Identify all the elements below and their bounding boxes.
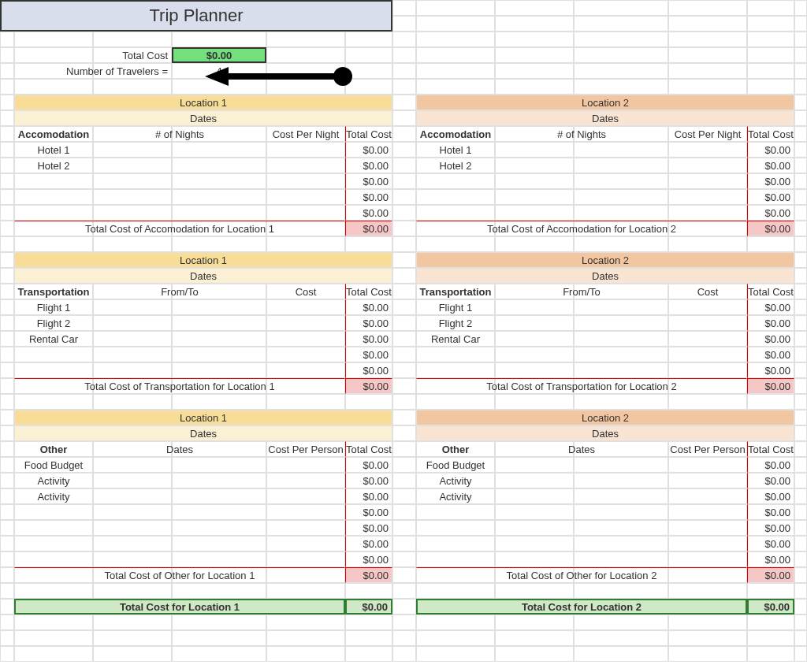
spreadsheet-cell[interactable] bbox=[392, 394, 416, 410]
spreadsheet-cell[interactable] bbox=[0, 299, 14, 315]
spreadsheet-cell[interactable] bbox=[172, 646, 266, 662]
spreadsheet-cell[interactable] bbox=[392, 221, 416, 236]
spreadsheet-cell[interactable] bbox=[0, 347, 14, 362]
spreadsheet-cell[interactable] bbox=[495, 630, 574, 646]
spreadsheet-cell[interactable] bbox=[794, 331, 807, 347]
spreadsheet-cell[interactable] bbox=[794, 205, 807, 221]
spreadsheet-cell[interactable] bbox=[93, 614, 172, 630]
spreadsheet-cell[interactable] bbox=[266, 189, 345, 205]
spreadsheet-cell[interactable] bbox=[794, 189, 807, 205]
spreadsheet-cell[interactable] bbox=[392, 378, 416, 394]
spreadsheet-cell[interactable] bbox=[495, 347, 574, 362]
spreadsheet-cell[interactable] bbox=[574, 630, 668, 646]
row-value[interactable]: $0.00 bbox=[345, 551, 392, 567]
spreadsheet-cell[interactable] bbox=[392, 63, 416, 79]
spreadsheet-cell[interactable] bbox=[747, 630, 794, 646]
spreadsheet-cell[interactable] bbox=[172, 331, 266, 347]
spreadsheet-cell[interactable] bbox=[345, 79, 392, 95]
spreadsheet-cell[interactable] bbox=[392, 284, 416, 299]
spreadsheet-cell[interactable] bbox=[0, 551, 14, 567]
spreadsheet-cell[interactable] bbox=[495, 16, 574, 32]
spreadsheet-cell[interactable] bbox=[93, 158, 172, 173]
row-label[interactable]: Flight 1 bbox=[416, 299, 495, 315]
spreadsheet-cell[interactable] bbox=[392, 189, 416, 205]
spreadsheet-cell[interactable] bbox=[93, 173, 172, 189]
spreadsheet-cell[interactable] bbox=[0, 331, 14, 347]
spreadsheet-cell[interactable] bbox=[345, 394, 392, 410]
spreadsheet-cell[interactable] bbox=[345, 614, 392, 630]
spreadsheet-cell[interactable] bbox=[495, 205, 574, 221]
spreadsheet-cell[interactable] bbox=[392, 79, 416, 95]
row-label[interactable] bbox=[416, 536, 495, 551]
spreadsheet-cell[interactable] bbox=[495, 488, 574, 504]
spreadsheet-cell[interactable] bbox=[574, 536, 668, 551]
spreadsheet-cell[interactable] bbox=[574, 614, 668, 630]
spreadsheet-cell[interactable] bbox=[794, 268, 807, 284]
spreadsheet-cell[interactable] bbox=[0, 221, 14, 236]
spreadsheet-cell[interactable] bbox=[392, 425, 416, 441]
row-value[interactable]: $0.00 bbox=[747, 205, 794, 221]
row-value[interactable]: $0.00 bbox=[345, 488, 392, 504]
spreadsheet-cell[interactable] bbox=[574, 0, 668, 16]
spreadsheet-cell[interactable] bbox=[668, 630, 747, 646]
spreadsheet-cell[interactable] bbox=[668, 205, 747, 221]
row-label[interactable]: Flight 2 bbox=[14, 315, 93, 331]
spreadsheet-cell[interactable] bbox=[0, 284, 14, 299]
row-label[interactable] bbox=[416, 504, 495, 520]
spreadsheet-cell[interactable] bbox=[495, 142, 574, 158]
spreadsheet-cell[interactable] bbox=[574, 583, 668, 599]
spreadsheet-cell[interactable] bbox=[14, 614, 93, 630]
spreadsheet-cell[interactable] bbox=[0, 441, 14, 457]
spreadsheet-cell[interactable] bbox=[172, 142, 266, 158]
row-label[interactable] bbox=[416, 347, 495, 362]
spreadsheet-cell[interactable] bbox=[172, 473, 266, 488]
spreadsheet-cell[interactable] bbox=[0, 378, 14, 394]
spreadsheet-cell[interactable] bbox=[416, 16, 495, 32]
spreadsheet-cell[interactable] bbox=[266, 32, 345, 47]
spreadsheet-cell[interactable] bbox=[574, 299, 668, 315]
spreadsheet-cell[interactable] bbox=[0, 268, 14, 284]
spreadsheet-cell[interactable] bbox=[172, 362, 266, 378]
spreadsheet-cell[interactable] bbox=[392, 205, 416, 221]
spreadsheet-cell[interactable] bbox=[266, 47, 345, 63]
spreadsheet-cell[interactable] bbox=[266, 142, 345, 158]
spreadsheet-cell[interactable] bbox=[392, 567, 416, 583]
spreadsheet-cell[interactable] bbox=[668, 457, 747, 473]
spreadsheet-cell[interactable] bbox=[416, 583, 495, 599]
row-label[interactable] bbox=[416, 362, 495, 378]
spreadsheet-cell[interactable] bbox=[172, 32, 266, 47]
spreadsheet-cell[interactable] bbox=[14, 630, 93, 646]
spreadsheet-cell[interactable] bbox=[266, 551, 345, 567]
spreadsheet-cell[interactable] bbox=[794, 79, 807, 95]
spreadsheet-cell[interactable] bbox=[574, 236, 668, 252]
spreadsheet-cell[interactable] bbox=[416, 63, 495, 79]
spreadsheet-cell[interactable] bbox=[392, 583, 416, 599]
spreadsheet-cell[interactable] bbox=[794, 0, 807, 16]
row-value[interactable]: $0.00 bbox=[345, 347, 392, 362]
spreadsheet-cell[interactable] bbox=[0, 488, 14, 504]
spreadsheet-cell[interactable] bbox=[747, 16, 794, 32]
row-label[interactable] bbox=[416, 520, 495, 536]
row-value[interactable]: $0.00 bbox=[345, 457, 392, 473]
spreadsheet-cell[interactable] bbox=[495, 394, 574, 410]
spreadsheet-cell[interactable] bbox=[345, 583, 392, 599]
spreadsheet-cell[interactable] bbox=[392, 236, 416, 252]
spreadsheet-cell[interactable] bbox=[668, 16, 747, 32]
row-value[interactable]: $0.00 bbox=[345, 205, 392, 221]
spreadsheet-cell[interactable] bbox=[794, 16, 807, 32]
spreadsheet-cell[interactable] bbox=[172, 315, 266, 331]
spreadsheet-cell[interactable] bbox=[574, 315, 668, 331]
spreadsheet-cell[interactable] bbox=[0, 457, 14, 473]
spreadsheet-cell[interactable] bbox=[93, 504, 172, 520]
spreadsheet-cell[interactable] bbox=[747, 47, 794, 63]
spreadsheet-cell[interactable] bbox=[794, 646, 807, 662]
spreadsheet-cell[interactable] bbox=[93, 536, 172, 551]
spreadsheet-cell[interactable] bbox=[794, 63, 807, 79]
spreadsheet-cell[interactable] bbox=[574, 142, 668, 158]
spreadsheet-cell[interactable] bbox=[266, 394, 345, 410]
spreadsheet-cell[interactable] bbox=[93, 205, 172, 221]
spreadsheet-cell[interactable] bbox=[93, 583, 172, 599]
row-value[interactable]: $0.00 bbox=[345, 142, 392, 158]
spreadsheet-cell[interactable] bbox=[0, 110, 14, 126]
spreadsheet-cell[interactable] bbox=[668, 331, 747, 347]
